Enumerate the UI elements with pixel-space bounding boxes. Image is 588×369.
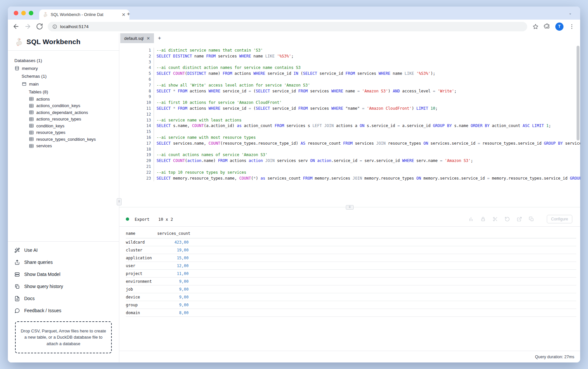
code-line-8[interactable]: 8SELECT * FROM actions WHERE service_id … xyxy=(119,88,580,94)
status-bar: Query duration: 27ms xyxy=(119,351,580,362)
code-line-4[interactable]: 4--ai count distinct action names for se… xyxy=(119,65,580,71)
table-row-environment[interactable]: environment9,00 xyxy=(126,278,576,285)
extensions-puzzle-icon[interactable] xyxy=(544,24,550,30)
tree-item-services[interactable]: services xyxy=(8,143,119,150)
undo-icon[interactable] xyxy=(505,217,510,222)
menu-kebab-icon[interactable] xyxy=(569,24,575,30)
code-line-7[interactable]: 7--ai show all 'Write' access level acti… xyxy=(119,83,580,88)
column-header-name[interactable]: name xyxy=(126,231,157,236)
code-text: SELECT s.name, COUNT(a.action_id) as act… xyxy=(154,123,551,129)
code-line-22[interactable]: 22--ai top 10 resource types by services xyxy=(119,170,580,176)
table-row-device[interactable]: device9,00 xyxy=(126,293,576,301)
browser-tab[interactable]: SQL Workbench - Online Dat ✕ xyxy=(39,9,129,20)
editor-scrollbar[interactable] xyxy=(577,46,580,140)
code-line-10[interactable]: 10--ai first 10 actions for service 'Ama… xyxy=(119,100,580,106)
code-line-6[interactable]: 6 xyxy=(119,77,580,83)
table-row-project[interactable]: project11,00 xyxy=(126,270,576,278)
tab-search-chevron-icon[interactable]: ⌄ xyxy=(567,10,573,16)
editor-new-tab-button[interactable]: + xyxy=(154,33,165,43)
tree-item-resource-types-condition-keys[interactable]: resource_types_condition_keys xyxy=(8,136,119,143)
menu-item-use-ai[interactable]: Use AI xyxy=(8,244,119,256)
code-line-12[interactable]: 12 xyxy=(119,112,580,118)
code-line-15[interactable]: 15 xyxy=(119,129,580,135)
tree-item-actions-dependant-actions[interactable]: actions_dependant_actions xyxy=(8,109,119,116)
code-line-20[interactable]: 20SELECT COUNT(action.name) FROM actions… xyxy=(119,158,580,164)
pane-resize-grip[interactable]: ⠿ xyxy=(346,205,354,210)
code-line-5[interactable]: 5SELECT COUNT(DISTINCT name) FROM action… xyxy=(119,71,580,77)
code-line-21[interactable]: 21 xyxy=(119,164,580,170)
code-line-17[interactable]: 17SELECT services.name, COUNT(resource_t… xyxy=(119,141,580,147)
table-row-job[interactable]: job9,00 xyxy=(126,285,576,293)
scissors-icon[interactable] xyxy=(493,217,498,222)
tree-item-actions-resource-types[interactable]: actions_resource_types xyxy=(8,116,119,123)
minimize-window-button[interactable] xyxy=(21,11,26,15)
chart-icon[interactable] xyxy=(468,217,474,222)
sidebar: SQL Workbench Databases (1)memorySchemas… xyxy=(8,33,119,362)
code-line-1[interactable]: 1--ai distinct service names that contai… xyxy=(119,48,580,54)
status-dot xyxy=(126,217,129,221)
code-line-3[interactable]: 3 xyxy=(119,59,580,65)
site-info-icon[interactable] xyxy=(52,24,57,29)
tree-item-main[interactable]: main xyxy=(8,80,119,88)
table-row-cluster[interactable]: cluster19,00 xyxy=(126,246,576,254)
menu-item-show-data-model[interactable]: Show Data Model xyxy=(8,268,119,281)
zoom-window-button[interactable] xyxy=(29,11,33,15)
copy-icon[interactable] xyxy=(529,217,534,222)
export-button[interactable]: Export xyxy=(135,217,149,222)
code-line-13[interactable]: 13--ai service name with least actions xyxy=(119,118,580,123)
file-dropzone[interactable]: Drop CSV, Parquet, Arrow files here to c… xyxy=(15,321,112,354)
code-line-2[interactable]: 2SELECT DISTINCT name FROM services WHER… xyxy=(119,54,580,59)
code-line-11[interactable]: 11SELECT * FROM actions WHERE service_id… xyxy=(119,106,580,112)
code-text xyxy=(154,59,159,65)
table-row-user[interactable]: user12,00 xyxy=(126,262,576,270)
tree-item-actions[interactable]: actions xyxy=(8,96,119,103)
menu-item-show-query-history[interactable]: Show query history xyxy=(8,281,119,293)
table-row-group[interactable]: group9,00 xyxy=(126,301,576,309)
table-icon xyxy=(29,143,34,149)
code-line-16[interactable]: 16--ai service name with most resource t… xyxy=(119,135,580,141)
code-line-18[interactable]: 18 xyxy=(119,147,580,152)
tree-item-resource-types[interactable]: resource_types xyxy=(8,129,119,136)
code-line-14[interactable]: 14SELECT s.name, COUNT(a.action_id) as a… xyxy=(119,123,580,129)
url-text[interactable]: localhost:5174 xyxy=(60,24,89,29)
table-icon xyxy=(29,123,34,128)
code-line-19[interactable]: 19--ai count actions names of service 'A… xyxy=(119,152,580,158)
code-text: --ai show all 'Write' access level actio… xyxy=(154,83,310,88)
table-row-wildcard[interactable]: wildcard423,00 xyxy=(126,238,576,246)
configure-button[interactable]: Configure xyxy=(547,215,572,223)
forward-button[interactable] xyxy=(24,23,31,30)
reload-button[interactable] xyxy=(36,23,43,30)
line-number: 7 xyxy=(119,83,154,88)
table-row-application[interactable]: application15,00 xyxy=(126,254,576,262)
tab-close-icon[interactable]: ✕ xyxy=(121,12,126,17)
code-text: SELECT COUNT(DISTINCT name) FROM actions… xyxy=(154,71,435,77)
table-icon xyxy=(29,136,34,142)
window-controls[interactable] xyxy=(14,11,33,15)
code-text: SELECT * FROM actions WHERE service_id =… xyxy=(154,106,438,112)
menu-item-docs[interactable]: Docs xyxy=(8,293,119,305)
column-header-services-count[interactable]: services_count xyxy=(157,231,189,236)
tree-item-memory[interactable]: memory xyxy=(8,64,119,72)
external-icon[interactable] xyxy=(517,217,522,222)
tree-item-actions-condition-keys[interactable]: actions_condition_keys xyxy=(8,103,119,109)
back-button[interactable] xyxy=(12,23,20,30)
sidebar-resize-grip[interactable]: ⠿ xyxy=(117,198,122,205)
editor-tab-close-icon[interactable]: ✕ xyxy=(146,36,150,41)
profile-avatar[interactable]: T xyxy=(555,23,563,31)
menu-item-feedback-issues[interactable]: Feedback / Issues xyxy=(8,305,119,317)
lock-icon[interactable] xyxy=(480,217,486,222)
server-icon xyxy=(14,272,20,277)
line-number: 15 xyxy=(119,129,154,135)
bookmark-star-icon[interactable] xyxy=(532,24,539,30)
sql-editor[interactable]: 1--ai distinct service names that contai… xyxy=(119,43,580,204)
close-window-button[interactable] xyxy=(14,11,18,15)
code-line-9[interactable]: 9 xyxy=(119,94,580,100)
editor-tab-default-sql[interactable]: default.sql ✕ xyxy=(120,33,154,43)
tree-item-condition-keys[interactable]: condition_keys xyxy=(8,122,119,129)
address-bar[interactable]: localhost:5174 xyxy=(48,22,527,31)
code-line-23[interactable]: 23SELECT memory.resource_types.name, COU… xyxy=(119,176,580,182)
menu-item-share-queries[interactable]: Share queries xyxy=(8,256,119,268)
new-tab-button[interactable]: + xyxy=(127,11,130,17)
table-row-domain[interactable]: domain8,00 xyxy=(126,309,576,317)
line-number: 22 xyxy=(119,170,154,176)
